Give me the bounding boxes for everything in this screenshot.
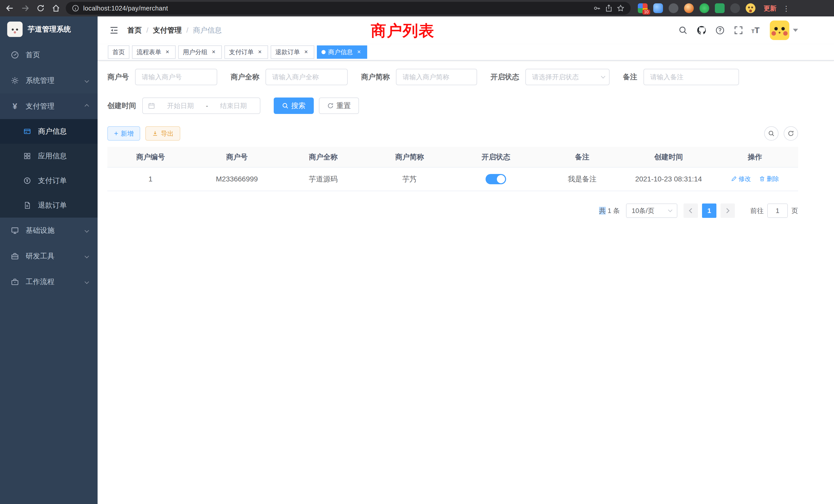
share-icon[interactable] (605, 4, 613, 12)
reset-button[interactable]: 重置 (319, 97, 359, 114)
tab-merchant-info[interactable]: 商户信息 (317, 45, 367, 59)
briefcase-icon (10, 278, 20, 286)
navbar-actions (677, 21, 798, 40)
table-header-row: 商户编号 商户号 商户全称 商户简称 开启状态 备注 创建时间 操作 (107, 147, 798, 167)
sidebar: 芋道管理系统 首页 系统管理 (0, 17, 97, 504)
prev-page-button[interactable] (683, 204, 698, 218)
full-name-input[interactable] (265, 69, 348, 85)
tab-home[interactable]: 首页 (108, 45, 129, 59)
extension-icon-4[interactable] (684, 3, 694, 13)
sidebar-item-payment[interactable]: 支付管理 (0, 93, 97, 119)
merchant-no-input[interactable] (135, 69, 217, 85)
chevron-left-icon (689, 208, 694, 213)
bookmark-star-icon[interactable] (617, 4, 624, 12)
cell-remark: 我是备注 (539, 167, 625, 191)
col-status: 开启状态 (453, 147, 539, 167)
sidebar-item-refund-order[interactable]: 退款订单 (0, 193, 97, 217)
col-remark: 备注 (539, 147, 625, 167)
sidebar-item-infra[interactable]: 基础设施 (0, 217, 97, 243)
toggle-search-icon[interactable] (764, 126, 778, 141)
github-icon[interactable] (696, 25, 707, 36)
col-short-name: 商户简称 (367, 147, 453, 167)
col-actions: 操作 (712, 147, 798, 167)
breadcrumb-payment[interactable]: 支付管理 (153, 25, 182, 35)
sidebar-item-label: 商户信息 (38, 127, 88, 136)
breadcrumb-separator (146, 26, 148, 35)
browser-reload-icon[interactable] (34, 2, 47, 15)
edit-link[interactable]: 修改 (731, 175, 751, 183)
status-label: 开启状态 (490, 72, 519, 82)
tab-pay-order[interactable]: 支付订单 (224, 45, 268, 59)
tab-user-group[interactable]: 用户分组 (178, 45, 222, 59)
tab-close-icon[interactable] (355, 48, 363, 56)
tab-process-form[interactable]: 流程表单 (132, 45, 176, 59)
create-time-range-picker[interactable]: 开始日期 - 结束日期 (142, 97, 260, 114)
extension-icon-3[interactable] (668, 3, 678, 13)
browser-back-icon[interactable] (3, 2, 17, 15)
tab-close-icon[interactable] (256, 48, 263, 56)
remark-label: 备注 (623, 72, 637, 82)
extension-icon-1[interactable]: 10 (638, 3, 648, 13)
sidebar-collapse-icon[interactable] (105, 21, 123, 40)
dashboard-icon (10, 51, 20, 59)
browser-menu-icon[interactable] (783, 4, 790, 13)
sidebar-item-system[interactable]: 系统管理 (0, 68, 97, 93)
browser-forward-icon[interactable] (19, 2, 32, 15)
chevron-down-icon (85, 280, 89, 284)
cell-status (453, 167, 539, 191)
export-button[interactable]: 导出 (145, 126, 180, 141)
remark-input[interactable] (643, 69, 739, 85)
grid-icon (23, 152, 32, 160)
active-tab-dot (322, 50, 326, 54)
page-number-1[interactable]: 1 (702, 204, 717, 218)
tab-label: 退款订单 (275, 48, 300, 56)
sidebar-item-workflow[interactable]: 工作流程 (0, 269, 97, 295)
site-info-icon[interactable] (72, 5, 79, 12)
browser-address-bar[interactable]: localhost:1024/pay/merchant (66, 2, 631, 15)
tab-close-icon[interactable] (164, 48, 171, 56)
fullscreen-icon[interactable] (733, 25, 744, 36)
end-date-placeholder: 结束日期 (212, 101, 255, 110)
browser-home-icon[interactable] (49, 2, 63, 15)
extension-icon-2[interactable] (653, 3, 663, 13)
status-select[interactable] (525, 69, 610, 85)
main-area: 首页 支付管理 商户信息 商户列表 (97, 17, 834, 504)
short-name-input[interactable] (396, 69, 477, 85)
cell-full-name: 芋道源码 (280, 167, 367, 191)
password-key-icon[interactable] (593, 4, 601, 12)
user-menu[interactable] (770, 21, 798, 40)
sidebar-item-pay-order[interactable]: 支付订单 (0, 168, 97, 193)
help-icon[interactable] (714, 25, 726, 36)
add-button[interactable]: 新增 (107, 126, 140, 141)
delete-link[interactable]: 删除 (759, 175, 779, 183)
sidebar-item-home[interactable]: 首页 (0, 42, 97, 68)
goto-page-input[interactable] (767, 204, 788, 218)
caret-down-icon (793, 29, 798, 32)
extension-icon-5[interactable] (699, 3, 709, 13)
extension-icon-7[interactable] (730, 3, 740, 13)
sidebar-item-app-info[interactable]: 应用信息 (0, 144, 97, 168)
tab-close-icon[interactable] (303, 48, 310, 56)
status-toggle[interactable] (486, 174, 506, 184)
extension-icon-8[interactable] (746, 3, 755, 13)
avatar[interactable] (770, 21, 789, 40)
browser-update-button[interactable]: 更新 (764, 4, 776, 13)
search-button[interactable]: 搜索 (274, 97, 314, 114)
sidebar-menu: 首页 系统管理 支付管理 (0, 42, 97, 295)
cell-merchant-id: 1 (107, 167, 194, 191)
search-icon[interactable] (677, 25, 689, 36)
font-size-icon[interactable] (751, 26, 760, 35)
page-size-select[interactable]: 10条/页 (626, 204, 677, 218)
tab-refund-order[interactable]: 退款订单 (271, 45, 314, 59)
yen-icon (10, 102, 20, 110)
sidebar-item-merchant-info[interactable]: 商户信息 (0, 119, 97, 144)
refresh-table-icon[interactable] (784, 126, 798, 141)
breadcrumb-home[interactable]: 首页 (127, 25, 142, 35)
browser-chrome: localhost:1024/pay/merchant 10 更新 (0, 0, 834, 17)
merchant-no-label: 商户号 (107, 72, 129, 82)
sidebar-item-label: 应用信息 (38, 151, 88, 161)
sidebar-item-devtools[interactable]: 研发工具 (0, 243, 97, 269)
extension-icon-6[interactable] (715, 3, 725, 13)
tab-close-icon[interactable] (210, 48, 217, 56)
next-page-button[interactable] (721, 204, 735, 218)
